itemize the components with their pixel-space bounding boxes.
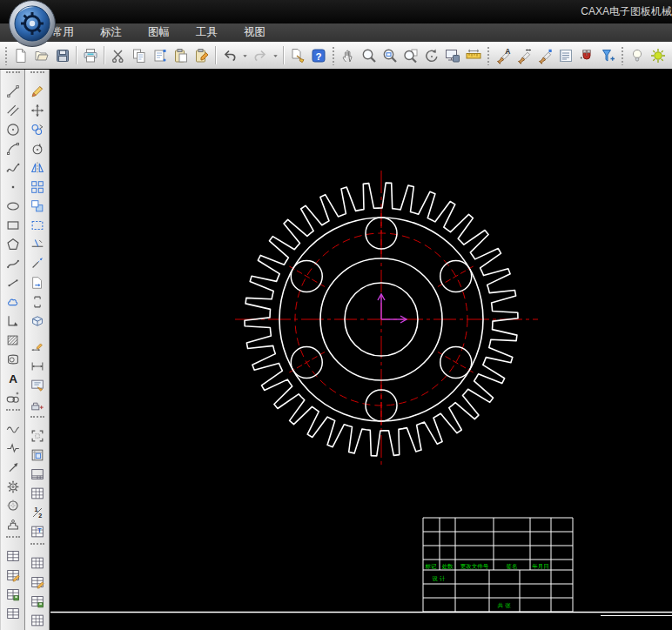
tool-draw-hatch-button[interactable] bbox=[3, 332, 24, 350]
toolbar-redo-button[interactable] bbox=[250, 45, 271, 66]
toolbar-format-painter-text-button[interactable]: A bbox=[493, 45, 514, 66]
tool-bom-table-more-button[interactable] bbox=[3, 605, 24, 623]
toolbar-layer-visibility-button[interactable] bbox=[627, 45, 648, 66]
tool-trim-button[interactable] bbox=[27, 236, 48, 254]
tool-iso-view-button[interactable] bbox=[27, 312, 48, 331]
tool-bom-table-save-button[interactable] bbox=[3, 586, 24, 604]
toolbar-cut-button[interactable] bbox=[108, 45, 129, 66]
palette-grip[interactable] bbox=[30, 71, 44, 81]
tool-draw-parallel-line-button[interactable] bbox=[3, 102, 24, 120]
toolbar-grip[interactable] bbox=[3, 46, 9, 65]
tool-draw-text-button[interactable]: A bbox=[3, 370, 24, 388]
tool-draw-rectangle-button[interactable] bbox=[3, 217, 24, 235]
tool-grid-table-more-button[interactable] bbox=[27, 612, 48, 630]
tool-edit-page-button[interactable] bbox=[27, 274, 48, 292]
toolbar-zoom-previous-button[interactable] bbox=[400, 45, 421, 66]
tool-move-button[interactable] bbox=[27, 102, 48, 120]
tool-dimension-button[interactable] bbox=[27, 358, 48, 376]
toolbar-named-view-button[interactable] bbox=[442, 45, 463, 66]
tool-table-grid-button[interactable] bbox=[27, 485, 48, 503]
toolbar-measure-button[interactable] bbox=[463, 45, 484, 66]
tool-sequence-number-button[interactable]: 12 bbox=[27, 504, 48, 522]
toolbar-format-painter-point-button[interactable] bbox=[534, 45, 555, 66]
palette-grip[interactable] bbox=[6, 536, 20, 546]
palette-grip[interactable] bbox=[6, 71, 20, 81]
drawing-canvas[interactable]: 标记处数更改文件号签名年月日设 计共 张 bbox=[50, 70, 672, 630]
toolbar-grip[interactable] bbox=[486, 46, 491, 65]
tool-draw-ellipse-button[interactable] bbox=[3, 198, 24, 216]
tool-frame-select-button[interactable] bbox=[27, 427, 48, 446]
tool-bom-table-button[interactable] bbox=[3, 547, 24, 566]
toolbar-undo-options-button[interactable] bbox=[240, 45, 250, 66]
tool-draw-fill-button[interactable] bbox=[3, 351, 24, 369]
tool-grid-table-save-button[interactable] bbox=[27, 593, 48, 611]
tool-draw-line-button[interactable] bbox=[3, 83, 24, 101]
tool-grid-table-edit-button[interactable] bbox=[27, 573, 48, 592]
tool-draw-circle-button[interactable] bbox=[3, 121, 24, 139]
tool-stretch-button[interactable] bbox=[27, 217, 48, 235]
palette-grip[interactable] bbox=[30, 416, 44, 426]
tool-draw-flange-button[interactable] bbox=[3, 516, 24, 534]
menu-tab-2[interactable]: 标注 bbox=[93, 23, 129, 42]
tool-erase-button[interactable] bbox=[27, 83, 48, 101]
toolbar-new-button[interactable] bbox=[10, 45, 31, 66]
toolbar-print-button[interactable] bbox=[80, 45, 101, 66]
toolbar-rotate-view-button[interactable] bbox=[421, 45, 442, 66]
tool-library-tool-button[interactable] bbox=[27, 396, 48, 414]
palette-grip[interactable] bbox=[6, 409, 20, 419]
toolbar-grip[interactable] bbox=[331, 46, 336, 65]
toolbar-format-painter-dimension-button[interactable] bbox=[514, 45, 534, 66]
toolbar-save-button[interactable] bbox=[52, 45, 73, 66]
tool-mirror-button[interactable] bbox=[27, 159, 48, 178]
tool-draw-block-button[interactable] bbox=[3, 389, 24, 407]
tool-draw-axis-button[interactable] bbox=[3, 312, 24, 331]
tool-draw-curve-button[interactable] bbox=[3, 255, 24, 273]
tool-edit-onscreen-button[interactable] bbox=[27, 377, 48, 395]
tool-draw-gear-button[interactable] bbox=[3, 478, 24, 496]
toolbar-copy-with-basepoint-button[interactable] bbox=[150, 45, 171, 66]
tool-draw-spline-button[interactable] bbox=[3, 159, 24, 178]
tool-scale-button[interactable] bbox=[27, 198, 48, 216]
toolbar-copy-button[interactable] bbox=[129, 45, 150, 66]
menu-tab-4[interactable]: 工具 bbox=[189, 23, 225, 42]
tool-table-text-button[interactable]: T bbox=[27, 523, 48, 541]
toolbar-help-button[interactable]: ? bbox=[308, 45, 329, 66]
tool-array-button[interactable] bbox=[27, 178, 48, 197]
toolbar-paste-button[interactable] bbox=[171, 45, 192, 66]
tool-bom-table-edit-button[interactable] bbox=[3, 566, 24, 585]
caxa-application-orb-button[interactable] bbox=[8, 0, 57, 48]
toolbar-plot-button[interactable] bbox=[669, 45, 672, 66]
tool-draw-arc-button[interactable] bbox=[3, 140, 24, 158]
toolbar-open-button[interactable] bbox=[31, 45, 52, 66]
tool-draw-zigzag-line-button[interactable] bbox=[3, 439, 24, 458]
tool-draw-polygon-button[interactable] bbox=[3, 236, 24, 254]
toolbar-pan-button[interactable] bbox=[338, 45, 359, 66]
tool-draw-point-button[interactable] bbox=[3, 178, 24, 197]
tool-copy-object-button[interactable] bbox=[27, 121, 48, 139]
toolbar-paste-special-button[interactable] bbox=[192, 45, 212, 66]
tool-draw-segment-button[interactable] bbox=[3, 274, 24, 292]
tool-break-gap-button[interactable] bbox=[27, 293, 48, 312]
menu-tab-5[interactable]: 视图 bbox=[237, 23, 272, 42]
toolbar-selection-filter-button[interactable] bbox=[597, 45, 618, 66]
toolbar-properties-button[interactable] bbox=[555, 45, 576, 66]
tool-extend-button[interactable] bbox=[27, 255, 48, 273]
menu-tab-3[interactable]: 图幅 bbox=[141, 23, 177, 42]
palette-grip[interactable] bbox=[30, 543, 44, 553]
tool-dimension-edit-button[interactable] bbox=[27, 338, 48, 357]
toolbar-zoom-button[interactable] bbox=[359, 45, 380, 66]
tool-draw-leader-button[interactable] bbox=[3, 459, 24, 477]
toolbar-redo-options-button[interactable] bbox=[271, 45, 280, 66]
tool-grid-table-button[interactable] bbox=[27, 554, 48, 573]
tool-titleblock-load-button[interactable] bbox=[27, 466, 48, 484]
tool-rotate-button[interactable] bbox=[27, 140, 48, 158]
toolbar-grip[interactable] bbox=[620, 46, 625, 65]
toolbar-layer-brightness-button[interactable] bbox=[648, 45, 669, 66]
toolbar-snap-settings-button[interactable] bbox=[576, 45, 597, 66]
toolbar-undo-button[interactable] bbox=[219, 45, 240, 66]
tool-draw-contour-button[interactable] bbox=[3, 293, 24, 312]
tool-draw-hole-button[interactable] bbox=[3, 497, 24, 515]
toolbar-purge-button[interactable] bbox=[287, 45, 308, 66]
tool-frame-define-button[interactable] bbox=[27, 446, 48, 465]
tool-draw-wave-line-button[interactable] bbox=[3, 420, 24, 439]
